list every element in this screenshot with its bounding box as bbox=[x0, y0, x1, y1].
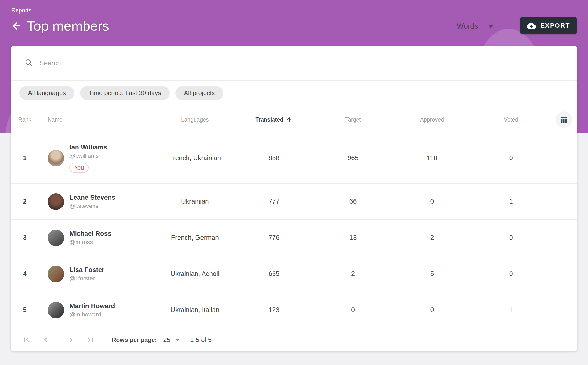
pagination-range: 1-5 of 5 bbox=[190, 336, 212, 344]
target-value: 66 bbox=[314, 198, 392, 205]
member-username: @l.forster bbox=[69, 275, 104, 282]
member-username: @l.stevens bbox=[69, 203, 115, 209]
member-username: @i.williams bbox=[69, 152, 107, 159]
translated-value: 888 bbox=[234, 154, 313, 162]
chevron-right-icon bbox=[66, 335, 76, 344]
chevron-down-icon[interactable] bbox=[176, 339, 180, 341]
member-name: Michael Ross bbox=[69, 230, 111, 238]
pagination-bar: Rows per page: 25 1-5 of 5 bbox=[11, 328, 577, 351]
column-settings-button[interactable] bbox=[556, 111, 572, 128]
sort-ascending-icon bbox=[286, 116, 293, 123]
last-page-icon bbox=[86, 335, 95, 344]
member-identity: Michael Ross @m.ross bbox=[69, 230, 111, 246]
avatar bbox=[48, 193, 64, 210]
unit-selector-value: Words bbox=[457, 22, 478, 31]
approved-value: 0 bbox=[392, 306, 471, 314]
first-page-button[interactable] bbox=[21, 335, 31, 345]
table-row: 1 Ian Williams @i.williams You French, U… bbox=[11, 133, 577, 184]
member-identity: Lisa Foster @l.forster bbox=[69, 266, 104, 282]
you-badge: You bbox=[69, 163, 89, 173]
column-header-languages[interactable]: Languages bbox=[155, 116, 234, 123]
column-header-translated[interactable]: Translated bbox=[234, 116, 313, 123]
member-identity: Ian Williams @i.williams You bbox=[69, 144, 107, 173]
approved-value: 2 bbox=[392, 234, 471, 241]
top-members-report-page: Reports Top members Words EXPORT All lan… bbox=[0, 0, 588, 365]
member-identity: Martin Howard @m.howard bbox=[69, 302, 115, 318]
translated-value: 776 bbox=[234, 234, 313, 241]
member-username: @m.ross bbox=[69, 239, 111, 246]
column-settings-cell bbox=[551, 111, 577, 128]
unit-selector-dropdown[interactable]: Words bbox=[457, 19, 493, 33]
languages-value: Ukrainian, Acholi bbox=[155, 270, 234, 278]
target-value: 965 bbox=[314, 154, 392, 162]
column-header-approved[interactable]: Approved bbox=[392, 116, 471, 123]
search-icon bbox=[24, 58, 34, 68]
translated-value: 665 bbox=[234, 270, 313, 278]
breadcrumb: Reports bbox=[11, 7, 32, 14]
avatar bbox=[48, 266, 64, 282]
target-value: 2 bbox=[314, 270, 392, 278]
member-name: Lisa Foster bbox=[69, 266, 104, 274]
chevron-down-icon bbox=[488, 25, 493, 28]
approved-value: 118 bbox=[392, 154, 471, 162]
avatar bbox=[48, 150, 64, 166]
languages-value: French, German bbox=[155, 234, 234, 241]
column-header-name[interactable]: Name bbox=[39, 116, 155, 123]
export-button-label: EXPORT bbox=[540, 22, 570, 29]
approved-value: 5 bbox=[392, 270, 471, 278]
voted-value: 1 bbox=[472, 306, 551, 314]
member-cell: Martin Howard @m.howard bbox=[39, 302, 155, 318]
target-value: 13 bbox=[314, 234, 392, 241]
cloud-download-icon bbox=[527, 21, 536, 30]
member-identity: Leane Stevens @l.stevens bbox=[69, 194, 115, 209]
avatar bbox=[48, 230, 64, 246]
search-input[interactable] bbox=[39, 59, 577, 67]
column-header-rank[interactable]: Rank bbox=[11, 116, 39, 123]
rank-value: 4 bbox=[11, 270, 39, 278]
languages-value: Ukrainian, Italian bbox=[155, 306, 234, 314]
member-cell: Lisa Foster @l.forster bbox=[39, 266, 155, 282]
filter-chips-row: All languages Time period: Last 30 days … bbox=[11, 81, 577, 100]
table-row: 2 Leane Stevens @l.stevens Ukrainian 777… bbox=[11, 184, 577, 220]
voted-value: 0 bbox=[472, 234, 551, 241]
back-button[interactable] bbox=[10, 19, 23, 33]
member-cell: Ian Williams @i.williams You bbox=[39, 144, 155, 173]
filter-chip-languages[interactable]: All languages bbox=[19, 86, 74, 100]
languages-value: French, Ukrainian bbox=[155, 154, 234, 162]
rows-per-page-select[interactable]: 25 bbox=[163, 336, 170, 344]
previous-page-button[interactable] bbox=[41, 335, 51, 345]
export-button[interactable]: EXPORT bbox=[520, 17, 577, 34]
rank-value: 1 bbox=[11, 154, 39, 162]
table-row: 4 Lisa Foster @l.forster Ukrainian, Acho… bbox=[11, 256, 577, 292]
search-bar bbox=[11, 46, 577, 80]
member-name: Leane Stevens bbox=[69, 194, 115, 201]
member-cell: Michael Ross @m.ross bbox=[39, 230, 155, 246]
rank-value: 2 bbox=[11, 198, 39, 205]
languages-value: Ukrainian bbox=[155, 198, 234, 205]
voted-value: 1 bbox=[472, 198, 551, 205]
last-page-button[interactable] bbox=[85, 335, 95, 345]
column-header-target[interactable]: Target bbox=[314, 116, 392, 123]
target-value: 0 bbox=[314, 306, 392, 314]
member-name: Ian Williams bbox=[69, 144, 107, 151]
table-row: 5 Martin Howard @m.howard Ukrainian, Ita… bbox=[11, 292, 577, 328]
report-card: All languages Time period: Last 30 days … bbox=[11, 46, 577, 351]
translated-value: 123 bbox=[234, 306, 313, 314]
voted-value: 0 bbox=[472, 154, 551, 162]
approved-value: 0 bbox=[392, 198, 471, 205]
columns-table-icon bbox=[560, 115, 568, 124]
title-row: Top members bbox=[10, 18, 109, 34]
translated-value: 777 bbox=[234, 198, 313, 205]
table-row: 3 Michael Ross @m.ross French, German 77… bbox=[11, 220, 577, 256]
column-header-translated-label: Translated bbox=[256, 116, 283, 123]
next-page-button[interactable] bbox=[66, 335, 76, 345]
voted-value: 0 bbox=[472, 270, 551, 278]
arrow-left-icon bbox=[11, 20, 22, 32]
member-username: @m.howard bbox=[69, 311, 115, 318]
member-name: Martin Howard bbox=[69, 302, 115, 310]
chevron-left-icon bbox=[41, 335, 50, 344]
filter-chip-projects[interactable]: All projects bbox=[175, 86, 223, 100]
rank-value: 3 bbox=[11, 234, 39, 241]
column-header-voted[interactable]: Voted bbox=[472, 116, 551, 123]
filter-chip-time-period[interactable]: Time period: Last 30 days bbox=[80, 86, 170, 100]
